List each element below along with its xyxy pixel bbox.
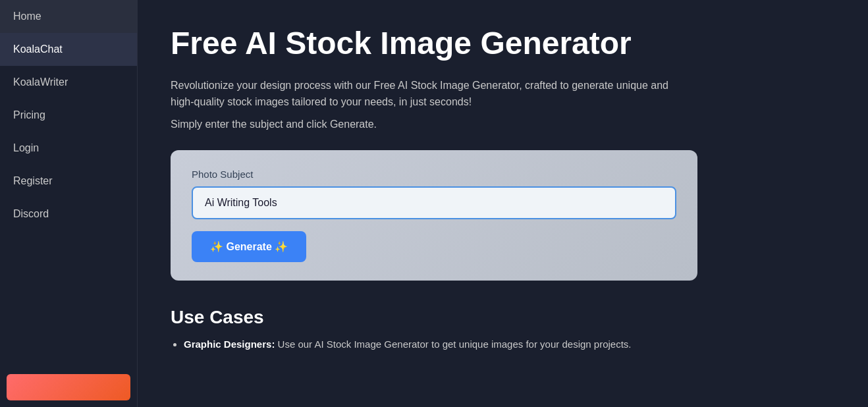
main-content: Free AI Stock Image Generator Revolution… — [138, 0, 868, 407]
sidebar-item-login[interactable]: Login — [0, 132, 137, 165]
use-cases-list: Graphic Designers: Use our AI Stock Imag… — [171, 339, 835, 350]
generate-button-label: ✨ Generate ✨ — [210, 240, 288, 253]
sidebar-item-koalawriter[interactable]: KoalaWriter — [0, 66, 137, 99]
generate-button[interactable]: ✨ Generate ✨ — [192, 231, 306, 262]
page-title: Free AI Stock Image Generator — [171, 26, 835, 61]
description-primary: Revolutionize your design process with o… — [171, 77, 684, 111]
sidebar: HomeKoalaChatKoalaWriterPricingLoginRegi… — [0, 0, 138, 407]
sidebar-item-koalachat[interactable]: KoalaChat — [0, 33, 137, 66]
sidebar-item-register[interactable]: Register — [0, 165, 137, 198]
sidebar-item-discord[interactable]: Discord — [0, 198, 137, 231]
photo-subject-label: Photo Subject — [192, 169, 676, 180]
use-cases-title: Use Cases — [171, 307, 835, 328]
photo-subject-input[interactable] — [192, 186, 676, 219]
sidebar-item-pricing[interactable]: Pricing — [0, 99, 137, 132]
sidebar-bottom-image — [7, 374, 130, 400]
list-item: Graphic Designers: Use our AI Stock Imag… — [184, 339, 835, 350]
form-card: Photo Subject ✨ Generate ✨ — [171, 150, 697, 281]
sidebar-item-home[interactable]: Home — [0, 0, 137, 33]
description-secondary: Simply enter the subject and click Gener… — [171, 119, 835, 130]
